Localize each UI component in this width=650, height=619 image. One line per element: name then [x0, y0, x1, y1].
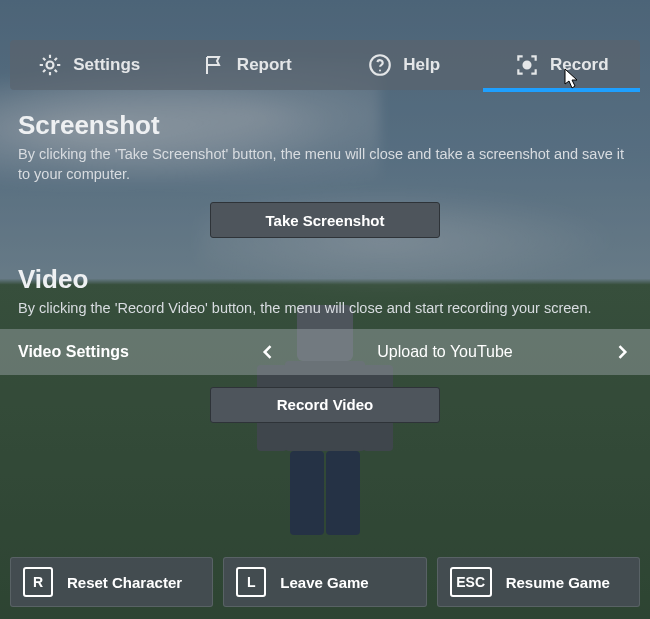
resume-game-button[interactable]: ESC Resume Game — [437, 557, 640, 607]
menu-tabbar: Settings Report Help Record — [10, 40, 640, 90]
bottom-bar: R Reset Character L Leave Game ESC Resum… — [10, 557, 640, 607]
key-l-icon: L — [236, 567, 266, 597]
gear-icon — [37, 52, 63, 78]
svg-point-2 — [379, 69, 381, 71]
screenshot-desc: By clicking the 'Take Screenshot' button… — [18, 145, 632, 184]
tab-label: Settings — [73, 55, 140, 75]
video-title: Video — [18, 264, 632, 295]
tab-label: Report — [237, 55, 292, 75]
svg-point-0 — [47, 62, 54, 69]
tab-label: Help — [403, 55, 440, 75]
record-panel: Screenshot By clicking the 'Take Screens… — [18, 100, 632, 423]
video-settings-row: Video Settings Upload to YouTube — [0, 329, 650, 375]
tab-record[interactable]: Record — [483, 40, 641, 90]
leave-game-button[interactable]: L Leave Game — [223, 557, 426, 607]
record-frame-icon — [514, 52, 540, 78]
screenshot-title: Screenshot — [18, 110, 632, 141]
svg-point-3 — [523, 62, 530, 69]
record-video-button[interactable]: Record Video — [210, 387, 440, 423]
button-label: Resume Game — [506, 574, 610, 591]
chevron-left-icon[interactable] — [258, 342, 278, 362]
video-settings-value: Upload to YouTube — [377, 343, 513, 361]
tab-help[interactable]: Help — [325, 40, 483, 90]
video-desc: By clicking the 'Record Video' button, t… — [18, 299, 632, 319]
button-label: Reset Character — [67, 574, 182, 591]
help-icon — [367, 52, 393, 78]
key-esc-icon: ESC — [450, 567, 492, 597]
video-settings-label: Video Settings — [18, 343, 258, 361]
chevron-right-icon[interactable] — [612, 342, 632, 362]
tab-label: Record — [550, 55, 609, 75]
tab-settings[interactable]: Settings — [10, 40, 168, 90]
reset-character-button[interactable]: R Reset Character — [10, 557, 213, 607]
take-screenshot-button[interactable]: Take Screenshot — [210, 202, 440, 238]
flag-icon — [201, 52, 227, 78]
button-label: Leave Game — [280, 574, 368, 591]
tab-report[interactable]: Report — [168, 40, 326, 90]
key-r-icon: R — [23, 567, 53, 597]
